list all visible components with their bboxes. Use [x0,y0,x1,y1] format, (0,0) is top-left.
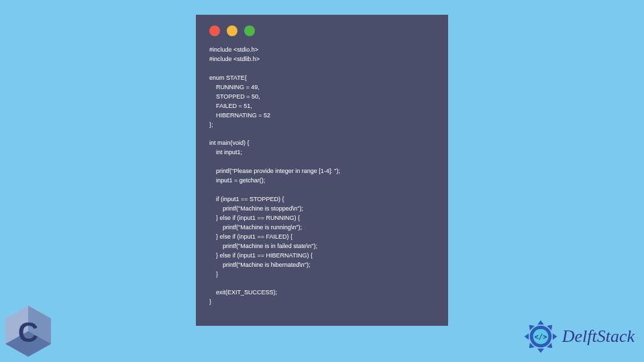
svg-text:</>: </> [534,333,547,341]
svg-marker-4 [537,320,544,325]
maximize-icon [244,25,255,36]
svg-marker-6 [553,333,557,340]
code-content: #include <stdio.h> #include <stdlib.h> e… [196,43,448,318]
svg-text:C: C [18,316,38,348]
window-controls [196,15,448,43]
svg-marker-8 [537,349,544,353]
svg-marker-10 [524,333,529,340]
minimize-icon [227,25,237,36]
delftstack-gear-icon: </> [523,319,558,354]
c-language-logo-icon: C [4,304,52,358]
code-window: #include <stdio.h> #include <stdlib.h> e… [196,15,448,326]
close-icon [209,25,220,36]
brand-logo: </> DelftStack [523,319,635,354]
brand-name: DelftStack [562,326,635,347]
